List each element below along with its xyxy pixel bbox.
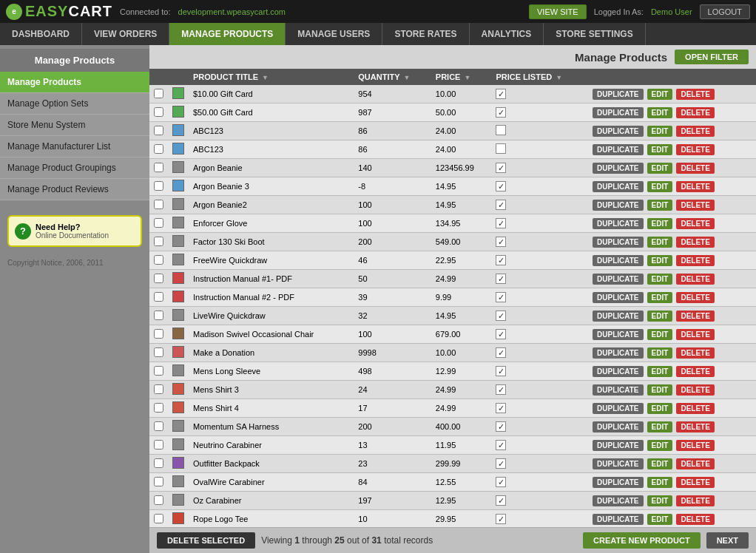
logout-button[interactable]: LOGOUT: [700, 4, 750, 19]
col-price[interactable]: PRICE ▼: [431, 69, 492, 85]
row-checkbox[interactable]: [154, 347, 163, 357]
row-checkbox[interactable]: [154, 440, 163, 449]
delete-button[interactable]: DELETE: [676, 366, 714, 377]
row-checkbox[interactable]: [154, 200, 163, 209]
delete-button[interactable]: DELETE: [676, 495, 714, 506]
view-site-button[interactable]: VIEW SITE: [529, 4, 587, 19]
edit-button[interactable]: EDIT: [647, 495, 673, 506]
col-listed[interactable]: PRICE LISTED ▼: [491, 69, 587, 85]
row-checkbox[interactable]: [154, 163, 163, 172]
create-product-button[interactable]: CREATE NEW PRODUCT: [583, 532, 701, 549]
sidebar-item-store-menu[interactable]: Store Menu System: [0, 115, 149, 136]
duplicate-button[interactable]: DUPLICATE: [593, 347, 643, 359]
duplicate-button[interactable]: DUPLICATE: [593, 200, 643, 211]
row-checkbox[interactable]: [154, 218, 163, 228]
nav-manage-products[interactable]: MANAGE PRODUCTS: [169, 23, 286, 45]
row-checkbox[interactable]: [154, 144, 163, 154]
edit-button[interactable]: EDIT: [647, 200, 673, 211]
edit-button[interactable]: EDIT: [647, 403, 673, 414]
delete-button[interactable]: DELETE: [676, 237, 714, 248]
duplicate-button[interactable]: DUPLICATE: [593, 107, 643, 118]
delete-button[interactable]: DELETE: [676, 384, 714, 396]
duplicate-button[interactable]: DUPLICATE: [593, 384, 643, 396]
row-checkbox[interactable]: [154, 366, 163, 376]
sidebar-item-manage-products[interactable]: Manage Products: [0, 72, 149, 93]
delete-button[interactable]: DELETE: [676, 163, 714, 174]
delete-button[interactable]: DELETE: [676, 477, 714, 488]
delete-button[interactable]: DELETE: [676, 440, 714, 451]
sidebar-item-groupings[interactable]: Manage Product Groupings: [0, 157, 149, 179]
row-checkbox[interactable]: [154, 403, 163, 413]
duplicate-button[interactable]: DUPLICATE: [593, 421, 643, 432]
edit-button[interactable]: EDIT: [647, 274, 673, 285]
duplicate-button[interactable]: DUPLICATE: [593, 458, 643, 469]
row-checkbox[interactable]: [154, 107, 163, 117]
edit-button[interactable]: EDIT: [647, 218, 673, 229]
edit-button[interactable]: EDIT: [647, 384, 673, 396]
edit-button[interactable]: EDIT: [647, 458, 673, 469]
edit-button[interactable]: EDIT: [647, 255, 673, 266]
delete-button[interactable]: DELETE: [676, 255, 714, 266]
row-checkbox[interactable]: [154, 237, 163, 246]
nav-view-orders[interactable]: VIEW ORDERS: [82, 23, 169, 45]
delete-button[interactable]: DELETE: [676, 181, 714, 192]
duplicate-button[interactable]: DUPLICATE: [593, 89, 643, 100]
delete-button[interactable]: DELETE: [676, 421, 714, 432]
duplicate-button[interactable]: DUPLICATE: [593, 495, 643, 506]
sidebar-item-reviews[interactable]: Manage Product Reviews: [0, 179, 149, 200]
nav-analytics[interactable]: ANALYTICS: [470, 23, 544, 45]
delete-selected-button[interactable]: DELETE SELECTED: [157, 532, 255, 549]
col-product-title[interactable]: PRODUCT TITLE ▼: [189, 69, 354, 85]
row-checkbox[interactable]: [154, 255, 163, 265]
nav-manage-users[interactable]: MANAGE USERS: [286, 23, 382, 45]
delete-button[interactable]: DELETE: [676, 144, 714, 155]
row-checkbox[interactable]: [154, 274, 163, 283]
row-checkbox[interactable]: [154, 181, 163, 191]
duplicate-button[interactable]: DUPLICATE: [593, 403, 643, 414]
delete-button[interactable]: DELETE: [676, 347, 714, 359]
edit-button[interactable]: EDIT: [647, 237, 673, 248]
edit-button[interactable]: EDIT: [647, 311, 673, 322]
duplicate-button[interactable]: DUPLICATE: [593, 218, 643, 229]
delete-button[interactable]: DELETE: [676, 458, 714, 469]
row-checkbox[interactable]: [154, 421, 163, 431]
duplicate-button[interactable]: DUPLICATE: [593, 292, 643, 303]
delete-button[interactable]: DELETE: [676, 89, 714, 100]
row-checkbox[interactable]: [154, 126, 163, 135]
duplicate-button[interactable]: DUPLICATE: [593, 366, 643, 377]
sidebar-item-option-sets[interactable]: Manage Option Sets: [0, 93, 149, 115]
edit-button[interactable]: EDIT: [647, 144, 673, 155]
row-checkbox[interactable]: [154, 384, 163, 394]
duplicate-button[interactable]: DUPLICATE: [593, 144, 643, 155]
edit-button[interactable]: EDIT: [647, 366, 673, 377]
delete-button[interactable]: DELETE: [676, 107, 714, 118]
duplicate-button[interactable]: DUPLICATE: [593, 274, 643, 285]
delete-button[interactable]: DELETE: [676, 292, 714, 303]
nav-store-rates[interactable]: STORE RATES: [382, 23, 469, 45]
row-checkbox[interactable]: [154, 477, 163, 486]
col-quantity[interactable]: QUANTITY ▼: [354, 69, 431, 85]
row-checkbox[interactable]: [154, 514, 163, 523]
delete-button[interactable]: DELETE: [676, 218, 714, 229]
nav-dashboard[interactable]: DASHBOARD: [0, 23, 82, 45]
open-filter-button[interactable]: OPEN FILTER: [675, 50, 749, 64]
nav-store-settings[interactable]: STORE SETTINGS: [544, 23, 645, 45]
delete-button[interactable]: DELETE: [676, 329, 714, 340]
delete-button[interactable]: DELETE: [676, 311, 714, 322]
row-checkbox[interactable]: [154, 458, 163, 468]
duplicate-button[interactable]: DUPLICATE: [593, 255, 643, 266]
row-checkbox[interactable]: [154, 495, 163, 505]
edit-button[interactable]: EDIT: [647, 107, 673, 118]
row-checkbox[interactable]: [154, 311, 163, 320]
delete-button[interactable]: DELETE: [676, 403, 714, 414]
edit-button[interactable]: EDIT: [647, 477, 673, 488]
duplicate-button[interactable]: DUPLICATE: [593, 329, 643, 340]
edit-button[interactable]: EDIT: [647, 347, 673, 359]
delete-button[interactable]: DELETE: [676, 126, 714, 137]
duplicate-button[interactable]: DUPLICATE: [593, 126, 643, 137]
sidebar-item-manufacturer[interactable]: Manage Manufacturer List: [0, 136, 149, 157]
next-button[interactable]: NEXT: [706, 532, 749, 549]
edit-button[interactable]: EDIT: [647, 440, 673, 451]
row-checkbox[interactable]: [154, 329, 163, 339]
duplicate-button[interactable]: DUPLICATE: [593, 311, 643, 322]
